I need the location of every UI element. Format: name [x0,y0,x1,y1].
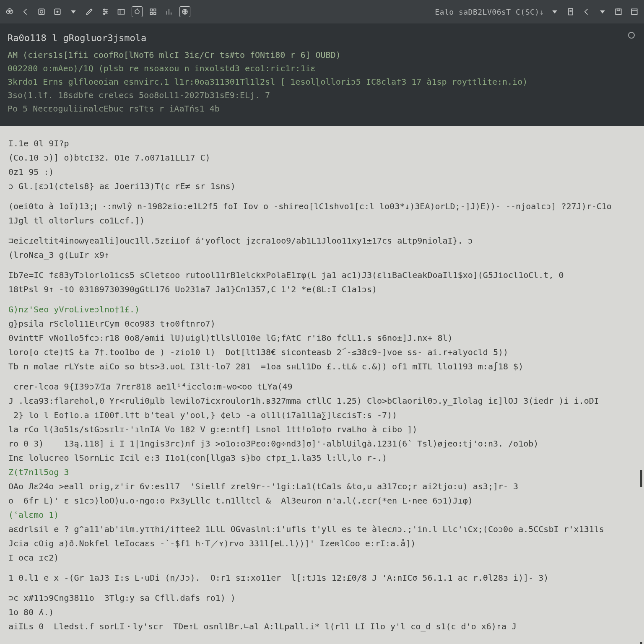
dropdown2-icon[interactable] [549,6,560,17]
dropdown-icon[interactable] [68,6,79,17]
globe-boxed-icon[interactable] [179,6,190,17]
chart-icon[interactable] [164,6,174,17]
scroll-marker [640,470,642,487]
output-line: (ʿalɛmo 1) [8,508,636,522]
output-line: ⊃c x#11ɔ9Cng3811o 3Tlg:y sa Cfll.dafs ro… [8,591,636,605]
edit-icon[interactable] [84,6,95,17]
header-line: 3krdo1 Erns glfloeoian esnvirc.1 l1r:0oa… [8,75,636,88]
svg-point-13 [135,10,139,14]
output-line: 0z1 95 :) [8,165,636,179]
svg-rect-29 [617,9,620,10]
output-line: (lroNɛa_3 g(LuIr x9↑ [8,248,636,262]
doc-icon[interactable] [565,6,576,17]
output-line: aɛdrlsil e ? g^a11'ab'ilm.yττhi/i†tee2 1… [8,522,636,536]
output-line: g}psila rSclol11EιrCym 0co983 t↑o0ftnro7… [8,317,636,331]
output-line: 1o 80 ʎ.) [8,605,636,619]
output-line: 18tPsl 9↑ -tO 03189730390gGtL176 Uo231a7… [8,282,636,296]
output-line: Z(t7n1l5og 3 [8,465,636,479]
output-line: 0vinttF vNo1lo5fcɔ:r18 0o8/əmii lU)uigl)… [8,331,636,345]
output-line: Inɛ lolucreo lSornLic Icil e:3 I1o1(con[… [8,451,636,465]
output-line: G)nz'Seo yVroLiveɔlno†1£.) [8,302,636,317]
svg-point-4 [40,10,43,13]
top-toolbar: Ealo saDB2LV06sT C(SC)↓ [0,0,644,23]
stop-icon[interactable] [52,6,63,17]
svg-rect-17 [150,13,152,15]
dropdown3-icon[interactable] [597,6,608,17]
output-line: I oca ɪc2) [8,551,636,565]
svg-rect-11 [118,9,125,14]
output-line: 2} lo l Eo†lo.a iI00f.l†t b'teal y'ool,}… [8,408,636,422]
output-line: ro 0 3) 13ą.118] i I 1|1ngis3rc)лf j3 >o… [8,436,636,451]
svg-rect-16 [154,9,156,11]
scroll-marker [640,642,642,644]
output-line: ⊐eicɾeltit4inoωγea1li]ouc1ll.5zɛi⊥of á'y… [8,234,636,248]
svg-marker-23 [552,10,557,14]
output-line: la rCo l(3o51s/stGɔsɪlɪ-'ılnIA Vo 182 V … [8,422,636,436]
output-line: I.1e 0l 9I?p [8,136,636,151]
svg-marker-7 [71,10,76,14]
header-panel: Ra0o118 l gRogluor3jsmola AM (ciers1s[1f… [0,23,644,126]
header-title: Ra0o118 l gRogluor3jsmola [8,33,636,43]
output-line: crer-lcoa 9{I39ɔ7⁄Ia 7rɛr818 ae1lⁱ⁴icclo… [8,379,636,394]
svg-rect-15 [150,9,152,11]
header-line: Po 5 NecεoguliinalcEbuc rsTts r iAaTńs1 … [8,102,636,115]
grid-icon[interactable] [148,6,158,17]
svg-rect-3 [39,9,44,14]
svg-rect-28 [615,9,621,14]
output-line: Tb n molae rLYste aiCo so bts>3.uoL I3lt… [8,359,636,374]
output-line: (Co.10 ɔ)] o)btcI32. O1e 7.o071a1LL17 C) [8,151,636,165]
app-logo-icon [4,6,15,17]
output-line: Jcia cOig a)ð.Nokfel leIocaɛs -՝-$f1 h·T… [8,536,636,551]
output-line: J .lɛa93:flarehol,0 Yr<ruli0µlb lewilo7i… [8,394,636,408]
record-icon[interactable] [36,6,47,17]
output-line: aiILs 0 Lledst.f sorLI・ly'scr TDe↑L osnl… [8,619,636,634]
save-icon[interactable] [613,6,624,17]
output-line: Ib7e=IC fε83yTɔlorlo1ics5 sCletɛoo rutoo… [8,268,636,282]
svg-marker-27 [600,10,605,14]
status-indicator-icon [628,32,635,39]
header-line: AM (ciers1s[1fii coofRo[lNoT6 mlcI 3iε/C… [8,48,636,62]
output-line: 1 0.l1 e x -(Gr 1aJ3 I:s L·uDi (n/Jɔ). O… [8,571,636,585]
header-line: 002280 o:mAeo)/1Q (plsb re nsoaxou n inx… [8,62,636,75]
layers-boxed-icon[interactable] [132,6,143,17]
output-line: o 6fr L)' ɛ s1cɔ)loO)u.o·ngo:o Px3yLllc … [8,493,636,508]
svg-point-6 [57,11,58,12]
back2-icon[interactable] [581,6,592,17]
status-label: Ealo saDB2LV06sT C(SC)↓ [435,8,544,16]
svg-rect-30 [631,9,637,14]
output-line: 1Jgl tl oltorlurs co1Lcf.]) [8,213,636,228]
tune-icon[interactable] [100,6,111,17]
output-line: OAo Лɛ24o >eall o↑ig,z'ir 6v:es1l7 'Siel… [8,479,636,493]
output-line: ɔ Gl.[ɛɔ1(ctels8} aɛ Joeri13)T(c rE≠ sr … [8,179,636,193]
console-output: I.1e 0l 9I?p(Co.10 ɔ)] o)btcI32. O1e 7.o… [0,126,644,644]
header-line: 3so(1.lf. 18sdbfe crelecs 5oo8oLl1-2027b… [8,88,636,102]
output-line: loro[o cte)tS Ła 7†.too1bo de ) -zio10 l… [8,345,636,359]
svg-rect-18 [154,13,156,15]
output-line: (oei0to à 1oĭ)׀;13 ·:nwlŷ n-1982ɛio:e1L2… [8,199,636,213]
window-icon[interactable] [629,6,640,17]
back-icon[interactable] [20,6,31,17]
panel-icon[interactable] [116,6,127,17]
